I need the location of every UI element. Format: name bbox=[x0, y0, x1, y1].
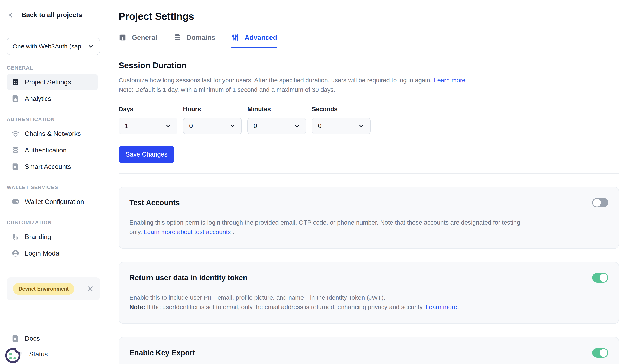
database-icon bbox=[12, 146, 19, 154]
sidebar-item-login-modal[interactable]: Login Modal bbox=[7, 245, 98, 261]
identity-token-toggle[interactable] bbox=[592, 273, 608, 283]
back-label: Back to all projects bbox=[22, 11, 82, 19]
chevron-down-icon bbox=[358, 123, 364, 129]
main-content: Project Settings General Domains Advance… bbox=[107, 0, 624, 364]
field-minutes: Minutes 0 bbox=[247, 106, 306, 134]
sidebar-item-project-settings[interactable]: Project Settings bbox=[7, 74, 98, 90]
field-days: Days 1 bbox=[119, 106, 178, 134]
sidebar-item-smart-accounts[interactable]: Smart Accounts bbox=[7, 159, 98, 175]
tab-label: Advanced bbox=[245, 34, 277, 42]
section-label-general: GENERAL bbox=[7, 65, 107, 71]
session-duration-section: Session Duration Customize how long sess… bbox=[119, 61, 619, 163]
field-label: Seconds bbox=[312, 106, 371, 113]
analytics-icon bbox=[12, 95, 19, 102]
section-title: Session Duration bbox=[119, 61, 619, 70]
sidebar-item-branding[interactable]: Branding bbox=[7, 229, 98, 245]
card-title: Enable Key Export bbox=[129, 348, 195, 357]
key-export-toggle[interactable] bbox=[592, 348, 608, 358]
sidebar-item-wallet-configuration[interactable]: Wallet Configuration bbox=[7, 194, 98, 210]
card-title: Test Accounts bbox=[129, 198, 180, 207]
select-value: 0 bbox=[318, 122, 321, 130]
session-description: Customize how long sessions last for you… bbox=[119, 77, 432, 84]
sidebar-item-status[interactable]: Status bbox=[7, 346, 98, 362]
save-changes-button[interactable]: Save Changes bbox=[119, 146, 174, 163]
field-label: Days bbox=[119, 106, 178, 113]
select-value: 0 bbox=[254, 122, 257, 130]
app-root: Back to all projects One with Web3Auth (… bbox=[0, 0, 624, 364]
sidebar-nav: GENERAL Project Settings Analytics AUTHE… bbox=[0, 55, 107, 262]
footer-item-label: Docs bbox=[25, 335, 40, 342]
sidebar-item-chains-networks[interactable]: Chains & Networks bbox=[7, 126, 98, 142]
cookie-icon[interactable] bbox=[4, 345, 23, 364]
section-divider bbox=[119, 173, 619, 174]
chevron-down-icon bbox=[230, 123, 236, 129]
note-label: Note: bbox=[129, 304, 145, 310]
project-selector[interactable]: One with Web3Auth (sap bbox=[7, 38, 100, 55]
sidebar-item-analytics[interactable]: Analytics bbox=[7, 91, 98, 107]
seconds-select[interactable]: 0 bbox=[312, 118, 371, 134]
toggle-knob bbox=[600, 274, 607, 282]
tab-advanced[interactable]: Advanced bbox=[231, 34, 277, 48]
card-description-suffix: . bbox=[231, 228, 234, 235]
chevron-down-icon bbox=[165, 123, 171, 129]
field-seconds: Seconds 0 bbox=[312, 106, 371, 134]
test-accounts-card: Test Accounts Enabling this option permi… bbox=[119, 187, 619, 249]
document-icon bbox=[12, 163, 19, 170]
tab-label: General bbox=[132, 34, 157, 42]
back-to-projects-link[interactable]: Back to all projects bbox=[0, 0, 107, 30]
field-label: Hours bbox=[183, 106, 242, 113]
sidebar-item-label: Project Settings bbox=[25, 78, 71, 86]
key-export-card: Enable Key Export Allow programmatic key… bbox=[119, 337, 619, 364]
sidebar-item-authentication[interactable]: Authentication bbox=[7, 142, 98, 158]
close-icon[interactable] bbox=[87, 285, 94, 292]
select-value: 0 bbox=[189, 122, 193, 130]
database-icon bbox=[173, 34, 181, 42]
user-circle-icon bbox=[12, 249, 19, 257]
branding-icon bbox=[12, 233, 19, 241]
back-arrow-icon bbox=[8, 11, 16, 19]
tab-general[interactable]: General bbox=[119, 34, 157, 48]
card-description: Enable this to include user PII—email, p… bbox=[129, 294, 385, 301]
sidebar-item-label: Wallet Configuration bbox=[25, 198, 84, 206]
test-accounts-toggle[interactable] bbox=[592, 198, 608, 207]
tab-domains[interactable]: Domains bbox=[173, 34, 215, 48]
sidebar-item-label: Smart Accounts bbox=[25, 163, 71, 170]
identity-token-card: Return user data in identity token Enabl… bbox=[119, 262, 619, 324]
section-label-customization: CUSTOMIZATION bbox=[7, 220, 107, 225]
section-label-authentication: AUTHENTICATION bbox=[7, 117, 107, 122]
sidebar: Back to all projects One with Web3Auth (… bbox=[0, 0, 107, 364]
learn-more-link[interactable]: Learn more bbox=[434, 77, 465, 84]
table-icon bbox=[119, 34, 127, 42]
sliders-icon bbox=[231, 34, 239, 42]
chevron-down-icon bbox=[294, 123, 300, 129]
environment-badge: Devnet Environment bbox=[13, 283, 74, 295]
note-text: If the userIdentifier is set to email, o… bbox=[145, 304, 425, 310]
hours-select[interactable]: 0 bbox=[183, 118, 242, 134]
wallet-icon bbox=[12, 198, 19, 206]
clipboard-icon bbox=[12, 78, 19, 86]
sidebar-item-label: Analytics bbox=[25, 95, 51, 102]
minutes-select[interactable]: 0 bbox=[247, 118, 306, 134]
learn-more-identity-link[interactable]: Learn more. bbox=[425, 304, 459, 310]
page-title: Project Settings bbox=[119, 11, 619, 22]
card-title: Return user data in identity token bbox=[129, 273, 247, 282]
select-value: 1 bbox=[125, 122, 128, 130]
sidebar-item-label: Chains & Networks bbox=[25, 130, 81, 138]
field-label: Minutes bbox=[247, 106, 306, 113]
docs-icon bbox=[12, 335, 19, 342]
sidebar-item-label: Login Modal bbox=[25, 249, 61, 257]
learn-more-test-accounts-link[interactable]: Learn more about test accounts bbox=[144, 228, 231, 235]
footer-item-label: Status bbox=[29, 350, 48, 358]
sidebar-item-label: Branding bbox=[25, 233, 51, 241]
sidebar-item-docs[interactable]: Docs bbox=[7, 331, 98, 346]
field-hours: Hours 0 bbox=[183, 106, 242, 134]
chevron-down-icon bbox=[87, 43, 94, 50]
session-note: Note: Default is 1 day, with a minimum o… bbox=[119, 86, 335, 93]
days-select[interactable]: 1 bbox=[119, 118, 178, 134]
tab-bar: General Domains Advanced bbox=[119, 34, 624, 48]
environment-card: Devnet Environment bbox=[7, 277, 100, 300]
sidebar-item-label: Authentication bbox=[25, 146, 67, 154]
toggle-knob bbox=[600, 349, 607, 357]
card-description: only. bbox=[129, 228, 144, 235]
card-description: Enabling this option permits login throu… bbox=[129, 219, 520, 226]
